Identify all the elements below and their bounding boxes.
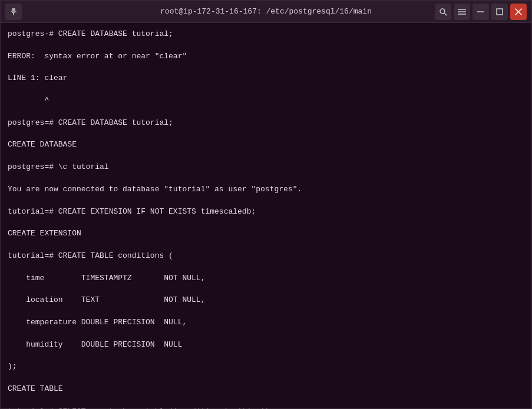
terminal-line: ); [8, 361, 524, 373]
terminal-line: tutorial=# SELECT create_hypertable('con… [8, 406, 524, 408]
terminal-line: tutorial=# CREATE TABLE conditions ( [8, 251, 524, 262]
titlebar-left [5, 4, 22, 20]
svg-rect-2 [11, 11, 16, 12]
terminal-line: location TEXT NOT NULL, [8, 295, 524, 306]
terminal-line: tutorial=# CREATE EXTENSION IF NOT EXIST… [8, 207, 524, 218]
terminal-line: ^ [8, 95, 524, 107]
minimize-button[interactable] [472, 4, 489, 20]
maximize-button[interactable] [491, 4, 508, 20]
window-title: root@ip-172-31-16-167: /etc/postgresql/1… [160, 7, 372, 16]
svg-rect-1 [13, 13, 14, 15]
terminal-line: time TIMESTAMPTZ NOT NULL, [8, 273, 524, 284]
terminal-line: humidity DOUBLE PRECISION NULL [8, 340, 524, 351]
terminal-line: ERROR: syntax error at or near "clear" [8, 51, 524, 62]
menu-button[interactable] [454, 4, 470, 20]
terminal-line: CREATE TABLE [8, 384, 524, 395]
svg-line-4 [445, 13, 447, 15]
terminal-line: CREATE EXTENSION [8, 228, 524, 240]
titlebar: root@ip-172-31-16-167: /etc/postgresql/1… [1, 1, 531, 23]
terminal-window: root@ip-172-31-16-167: /etc/postgresql/1… [0, 0, 532, 409]
svg-rect-9 [497, 9, 503, 15]
search-button[interactable] [435, 4, 451, 20]
terminal-line: CREATE DATABASE [8, 139, 524, 151]
terminal-line: LINE 1: clear [8, 73, 524, 84]
window-controls [435, 4, 527, 20]
pin-button[interactable] [5, 4, 22, 20]
terminal-line: postgres-# CREATE DATABASE tutorial; [8, 29, 524, 40]
terminal-output[interactable]: postgres-# CREATE DATABASE tutorial; ERR… [1, 23, 531, 408]
terminal-line: postgres=# \c tutorial [8, 162, 524, 173]
terminal-line: You are now connected to database "tutor… [8, 184, 524, 195]
terminal-line: postgres=# CREATE DATABASE tutorial; [8, 118, 524, 129]
terminal-line: temperature DOUBLE PRECISION NULL, [8, 317, 524, 328]
close-button[interactable] [510, 4, 527, 20]
svg-point-3 [440, 9, 445, 14]
